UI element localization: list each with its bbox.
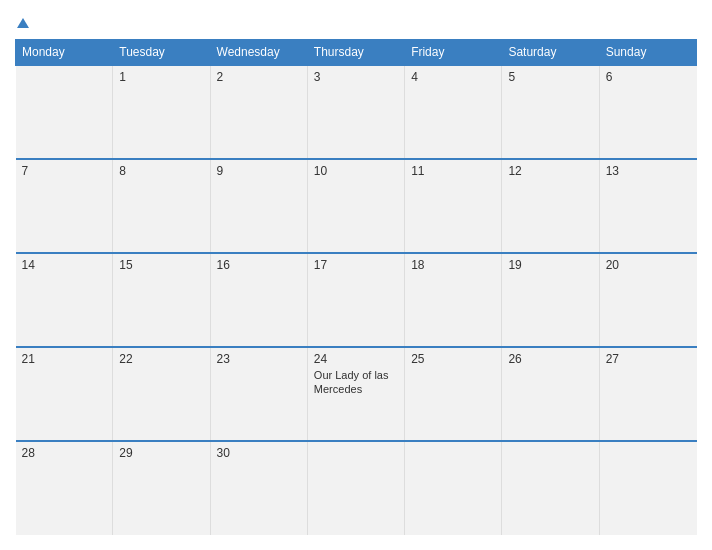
day-number: 3 bbox=[314, 70, 398, 84]
day-number: 18 bbox=[411, 258, 495, 272]
day-number: 2 bbox=[217, 70, 301, 84]
day-number: 5 bbox=[508, 70, 592, 84]
calendar-cell: 1 bbox=[113, 65, 210, 159]
day-number: 7 bbox=[22, 164, 107, 178]
weekday-header-tuesday: Tuesday bbox=[113, 40, 210, 66]
calendar-cell: 18 bbox=[405, 253, 502, 347]
day-number: 21 bbox=[22, 352, 107, 366]
calendar-cell: 27 bbox=[599, 347, 696, 441]
calendar-cell: 3 bbox=[307, 65, 404, 159]
calendar-cell: 21 bbox=[16, 347, 113, 441]
calendar-cell: 25 bbox=[405, 347, 502, 441]
calendar-cell: 24Our Lady of las Mercedes bbox=[307, 347, 404, 441]
week-row-2: 78910111213 bbox=[16, 159, 697, 253]
day-number: 30 bbox=[217, 446, 301, 460]
day-number: 4 bbox=[411, 70, 495, 84]
day-number: 29 bbox=[119, 446, 203, 460]
calendar-cell: 13 bbox=[599, 159, 696, 253]
week-row-1: 123456 bbox=[16, 65, 697, 159]
calendar-cell bbox=[405, 441, 502, 535]
calendar-cell: 7 bbox=[16, 159, 113, 253]
day-number: 6 bbox=[606, 70, 691, 84]
calendar-cell: 14 bbox=[16, 253, 113, 347]
calendar-cell: 10 bbox=[307, 159, 404, 253]
day-number: 10 bbox=[314, 164, 398, 178]
calendar-cell: 19 bbox=[502, 253, 599, 347]
calendar-cell: 28 bbox=[16, 441, 113, 535]
weekday-header-row: MondayTuesdayWednesdayThursdayFridaySatu… bbox=[16, 40, 697, 66]
calendar-cell bbox=[599, 441, 696, 535]
calendar-table: MondayTuesdayWednesdayThursdayFridaySatu… bbox=[15, 39, 697, 535]
day-number: 25 bbox=[411, 352, 495, 366]
calendar-cell: 15 bbox=[113, 253, 210, 347]
week-row-3: 14151617181920 bbox=[16, 253, 697, 347]
week-row-4: 21222324Our Lady of las Mercedes252627 bbox=[16, 347, 697, 441]
calendar-cell: 22 bbox=[113, 347, 210, 441]
calendar-cell: 8 bbox=[113, 159, 210, 253]
calendar-cell bbox=[502, 441, 599, 535]
calendar-cell: 20 bbox=[599, 253, 696, 347]
logo bbox=[15, 15, 29, 29]
calendar-cell: 11 bbox=[405, 159, 502, 253]
day-number: 20 bbox=[606, 258, 691, 272]
calendar-cell: 29 bbox=[113, 441, 210, 535]
day-number: 8 bbox=[119, 164, 203, 178]
day-number: 28 bbox=[22, 446, 107, 460]
weekday-header-monday: Monday bbox=[16, 40, 113, 66]
calendar-cell bbox=[307, 441, 404, 535]
calendar-cell: 2 bbox=[210, 65, 307, 159]
weekday-header-saturday: Saturday bbox=[502, 40, 599, 66]
calendar-cell: 23 bbox=[210, 347, 307, 441]
day-number: 13 bbox=[606, 164, 691, 178]
holiday-label: Our Lady of las Mercedes bbox=[314, 368, 398, 397]
calendar-header bbox=[15, 15, 697, 29]
day-number: 23 bbox=[217, 352, 301, 366]
day-number: 26 bbox=[508, 352, 592, 366]
day-number: 16 bbox=[217, 258, 301, 272]
weekday-header-friday: Friday bbox=[405, 40, 502, 66]
logo-text bbox=[15, 15, 29, 29]
calendar-cell bbox=[16, 65, 113, 159]
day-number: 14 bbox=[22, 258, 107, 272]
calendar-cell: 5 bbox=[502, 65, 599, 159]
weekday-header-wednesday: Wednesday bbox=[210, 40, 307, 66]
day-number: 1 bbox=[119, 70, 203, 84]
day-number: 22 bbox=[119, 352, 203, 366]
week-row-5: 282930 bbox=[16, 441, 697, 535]
day-number: 27 bbox=[606, 352, 691, 366]
weekday-header-thursday: Thursday bbox=[307, 40, 404, 66]
day-number: 15 bbox=[119, 258, 203, 272]
calendar-cell: 30 bbox=[210, 441, 307, 535]
day-number: 24 bbox=[314, 352, 398, 366]
calendar-cell: 17 bbox=[307, 253, 404, 347]
calendar-cell: 9 bbox=[210, 159, 307, 253]
calendar-cell: 16 bbox=[210, 253, 307, 347]
day-number: 12 bbox=[508, 164, 592, 178]
day-number: 9 bbox=[217, 164, 301, 178]
day-number: 17 bbox=[314, 258, 398, 272]
calendar-cell: 26 bbox=[502, 347, 599, 441]
calendar-cell: 4 bbox=[405, 65, 502, 159]
weekday-header-sunday: Sunday bbox=[599, 40, 696, 66]
day-number: 19 bbox=[508, 258, 592, 272]
day-number: 11 bbox=[411, 164, 495, 178]
logo-triangle-icon bbox=[17, 18, 29, 28]
calendar-cell: 12 bbox=[502, 159, 599, 253]
calendar-cell: 6 bbox=[599, 65, 696, 159]
